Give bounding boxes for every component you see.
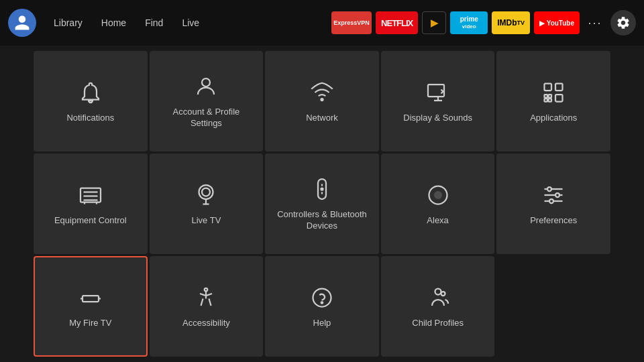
svg-point-25 xyxy=(434,191,442,199)
svg-point-16 xyxy=(202,188,210,196)
controllers-bluetooth-label: Controllers & Bluetooth Devices xyxy=(272,209,372,232)
svg-rect-6 xyxy=(545,95,548,98)
help-label: Help xyxy=(313,318,331,329)
live-tv-label: Live TV xyxy=(191,215,221,227)
grid-cell-accessibility[interactable]: Accessibility xyxy=(150,256,264,357)
svg-point-17 xyxy=(199,185,213,199)
user-avatar[interactable] xyxy=(8,9,36,37)
equipment-control-label: Equipment Control xyxy=(54,215,127,227)
child-icon xyxy=(425,284,451,311)
alexa-icon xyxy=(425,182,451,208)
svg-point-35 xyxy=(205,288,208,291)
svg-rect-4 xyxy=(555,83,563,90)
antenna-icon xyxy=(193,182,219,208)
apps-icon xyxy=(540,79,567,106)
network-label: Network xyxy=(306,113,338,124)
grid-cell-account-profile[interactable]: Account & Profile Settings xyxy=(150,51,264,152)
child-profiles-label: Child Profiles xyxy=(412,318,464,329)
display-sounds-label: Display & Sounds xyxy=(403,113,472,124)
app-netflix[interactable]: NETFLIX xyxy=(376,11,418,34)
svg-point-1 xyxy=(321,99,323,101)
app-plex[interactable]: ▶ xyxy=(422,11,446,34)
app-prime[interactable]: primevideo xyxy=(450,11,488,34)
more-button[interactable]: ··· xyxy=(584,11,606,34)
top-nav: Library Home Find Live ExpressVPN NETFLI… xyxy=(0,0,644,46)
grid-cell-applications[interactable]: Applications xyxy=(496,51,610,152)
display-sound-icon xyxy=(425,79,451,106)
svg-rect-32 xyxy=(83,296,99,302)
grid-cell-notifications[interactable]: Notifications xyxy=(34,51,148,152)
grid-cell-live-tv[interactable]: Live TV xyxy=(150,154,264,254)
bell-icon xyxy=(77,79,104,106)
grid-cell-my-fire-tv[interactable]: My Fire TV xyxy=(34,256,148,357)
nav-library[interactable]: Library xyxy=(46,13,91,32)
remote-icon xyxy=(309,176,335,202)
preferences-label: Preferences xyxy=(530,215,577,227)
app-expressvpn[interactable]: ExpressVPN xyxy=(331,11,372,34)
svg-point-29 xyxy=(547,187,551,191)
nav-find[interactable]: Find xyxy=(137,13,171,32)
app-youtube[interactable]: ▶ YouTube xyxy=(534,11,580,34)
my-fire-tv-label: My Fire TV xyxy=(69,318,111,329)
settings-button[interactable] xyxy=(610,10,636,36)
wifi-icon xyxy=(309,79,335,106)
grid-cell-controllers-bluetooth[interactable]: Controllers & Bluetooth Devices xyxy=(265,154,379,254)
svg-point-22 xyxy=(321,188,323,190)
settings-grid: Notifications Account & Profile Settings… xyxy=(0,46,644,362)
svg-point-0 xyxy=(202,78,210,86)
svg-point-30 xyxy=(555,193,559,197)
svg-rect-9 xyxy=(549,99,552,102)
grid-cell-preferences[interactable]: Preferences xyxy=(496,154,610,254)
nav-links: Library Home Find Live xyxy=(46,13,207,32)
svg-point-39 xyxy=(435,288,441,294)
svg-rect-8 xyxy=(545,99,548,102)
svg-point-31 xyxy=(549,199,553,203)
applications-label: Applications xyxy=(530,113,577,124)
grid-cell-help[interactable]: Help xyxy=(265,256,379,357)
svg-rect-5 xyxy=(555,95,563,102)
svg-rect-3 xyxy=(545,83,552,90)
svg-rect-7 xyxy=(549,95,552,98)
grid-cell-alexa[interactable]: Alexa xyxy=(381,154,495,254)
account-profile-label: Account & Profile Settings xyxy=(156,107,257,129)
app-imdb[interactable]: IMDbTV xyxy=(492,11,530,34)
nav-live[interactable]: Live xyxy=(174,13,207,32)
person-icon xyxy=(193,73,219,100)
grid-cell-display-sounds[interactable]: Display & Sounds xyxy=(381,51,495,152)
sliders-icon xyxy=(540,182,567,208)
notifications-label: Notifications xyxy=(66,113,114,124)
alexa-label: Alexa xyxy=(427,215,449,227)
tv-icon xyxy=(77,182,104,208)
accessibility-icon xyxy=(193,284,219,311)
svg-point-40 xyxy=(441,292,445,296)
grid-cell-network[interactable]: Network xyxy=(265,51,379,152)
help-icon xyxy=(309,284,335,311)
app-icons: ExpressVPN NETFLIX ▶ primevideo IMDbTV ▶… xyxy=(331,10,636,36)
grid-cell-child-profiles[interactable]: Child Profiles xyxy=(381,256,495,357)
accessibility-label: Accessibility xyxy=(182,318,230,329)
nav-home[interactable]: Home xyxy=(93,13,134,32)
svg-point-38 xyxy=(321,302,323,303)
firetv-icon xyxy=(77,284,104,311)
grid-cell-equipment-control[interactable]: Equipment Control xyxy=(34,154,148,254)
